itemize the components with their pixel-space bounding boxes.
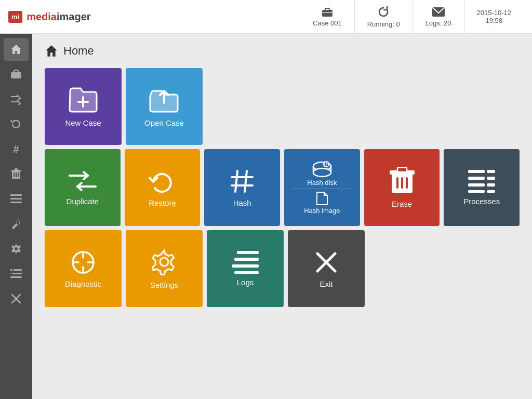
- sidebar-item-restore[interactable]: [4, 113, 29, 136]
- svg-rect-10: [14, 172, 15, 177]
- svg-rect-51: [487, 190, 495, 193]
- case-status[interactable]: Case 001: [300, 0, 355, 33]
- logs-tile[interactable]: Logs: [207, 230, 284, 307]
- svg-rect-15: [10, 202, 22, 203]
- sidebar-item-home[interactable]: [4, 38, 29, 61]
- svg-rect-59: [234, 258, 259, 261]
- svg-marker-25: [46, 45, 57, 57]
- svg-line-29: [245, 171, 247, 192]
- svg-rect-22: [10, 273, 11, 274]
- hash-label: Hash: [233, 198, 251, 207]
- logo: mi mediaimager: [8, 11, 91, 23]
- sidebar-item-duplicate[interactable]: [4, 88, 29, 111]
- svg-rect-12: [18, 172, 19, 177]
- running-status[interactable]: Running: 0: [355, 0, 413, 33]
- svg-rect-45: [487, 170, 495, 173]
- home-sidebar-icon: [10, 44, 22, 55]
- duplicate-tile[interactable]: Duplicate: [45, 149, 121, 226]
- svg-rect-6: [14, 70, 18, 73]
- diagnostic-tile[interactable]: Diagnostic: [45, 230, 122, 307]
- svg-rect-60: [232, 264, 259, 268]
- page-header: Home: [45, 44, 520, 58]
- sidebar-item-wrench[interactable]: [4, 212, 29, 235]
- tile-row-2: Duplicate Restore: [45, 149, 520, 226]
- duplicate-icon: [67, 169, 98, 193]
- close-sidebar-icon: [11, 294, 21, 303]
- page-title: Home: [63, 44, 94, 58]
- restore-tile[interactable]: Restore: [125, 149, 201, 226]
- svg-rect-1: [325, 8, 329, 10]
- svg-rect-20: [10, 276, 22, 278]
- case-label: Case 001: [313, 19, 342, 27]
- hash-sidebar-icon: #: [13, 143, 19, 155]
- open-case-icon: [149, 86, 180, 114]
- exit-tile[interactable]: Exit: [288, 230, 365, 307]
- header-center: Case 001 Running: 0 Logs: 20 2015-10-12 …: [300, 0, 524, 33]
- svg-rect-14: [10, 198, 22, 200]
- svg-rect-40: [397, 167, 407, 172]
- sidebar: #: [0, 34, 32, 399]
- sidebar-item-logs[interactable]: [4, 188, 29, 210]
- svg-rect-43: [406, 177, 408, 189]
- settings-label: Settings: [150, 281, 178, 289]
- svg-rect-47: [487, 177, 495, 180]
- svg-point-35: [313, 168, 331, 177]
- tile-grid: New Case Open Case: [45, 68, 520, 307]
- svg-line-28: [235, 171, 237, 192]
- time-display: 19:58: [485, 17, 502, 24]
- gear-sidebar-icon: [10, 243, 22, 255]
- hash-disk-sublabel: Hash disk: [307, 179, 337, 187]
- date-display: 2015-10-12: [477, 9, 512, 17]
- duplicate-label: Duplicate: [66, 197, 99, 206]
- sidebar-item-menu[interactable]: [4, 262, 29, 285]
- hash-image-sublabel: Hash image: [304, 207, 340, 215]
- logs-label: Logs: 20: [425, 19, 451, 27]
- shuffle-sidebar-icon: [10, 94, 22, 105]
- sidebar-item-close[interactable]: [4, 287, 29, 310]
- tile-row-3: Diagnostic Settings: [45, 230, 520, 307]
- tile-row-1: New Case Open Case: [45, 68, 520, 145]
- open-case-tile[interactable]: Open Case: [126, 68, 203, 145]
- hash-tile[interactable]: Hash: [204, 149, 280, 226]
- settings-icon: [150, 248, 179, 276]
- processes-tile[interactable]: Processes: [444, 149, 520, 226]
- logs-label: Logs: [237, 278, 254, 287]
- trash-sidebar-icon: [11, 168, 21, 180]
- hash-disk-tile[interactable]: Hash disk Hash image: [284, 149, 360, 226]
- running-label: Running: 0: [367, 20, 400, 28]
- processes-icon: [468, 170, 495, 193]
- svg-rect-41: [396, 177, 398, 189]
- sidebar-item-settings[interactable]: [4, 237, 29, 260]
- briefcase-sidebar-icon: [10, 69, 22, 79]
- svg-rect-11: [16, 172, 17, 177]
- header: mi mediaimager Case 001 Running: 0: [0, 0, 532, 34]
- logs-icon: [232, 251, 259, 274]
- running-icon: [377, 6, 390, 18]
- sidebar-item-hash[interactable]: #: [4, 138, 29, 161]
- svg-rect-9: [15, 168, 18, 170]
- erase-tile[interactable]: Erase: [364, 149, 440, 226]
- svg-rect-19: [12, 273, 22, 274]
- svg-rect-44: [468, 170, 485, 173]
- content-area: Home New Case: [32, 34, 532, 399]
- logs-status[interactable]: Logs: 20: [413, 0, 464, 33]
- new-case-icon: [68, 86, 99, 114]
- briefcase-icon: [321, 7, 334, 17]
- sidebar-item-erase[interactable]: [4, 163, 29, 185]
- svg-rect-2: [322, 12, 332, 13]
- new-case-tile[interactable]: New Case: [45, 68, 122, 145]
- wrench-sidebar-icon: [11, 218, 21, 230]
- open-case-label: Open Case: [144, 118, 184, 127]
- svg-marker-4: [11, 45, 21, 54]
- list-sidebar-icon: [10, 194, 22, 204]
- sidebar-item-cases[interactable]: [4, 63, 29, 86]
- svg-rect-21: [10, 269, 12, 271]
- exit-label: Exit: [320, 280, 332, 288]
- home-page-icon: [45, 44, 58, 58]
- svg-rect-13: [10, 194, 22, 196]
- main-layout: #: [0, 34, 532, 399]
- restore-icon: [148, 168, 177, 194]
- datetime: 2015-10-12 19:58: [464, 0, 524, 33]
- logo-text: mediaimager: [26, 11, 90, 23]
- settings-tile[interactable]: Settings: [126, 230, 203, 307]
